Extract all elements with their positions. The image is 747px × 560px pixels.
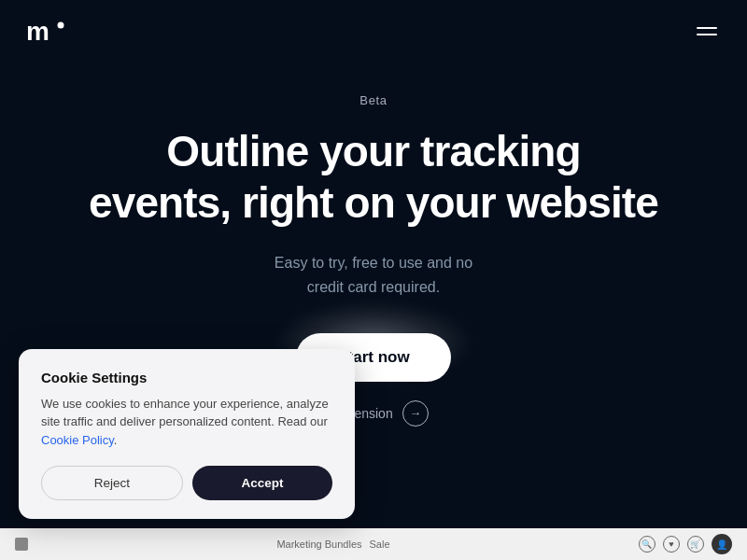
accept-button[interactable]: Accept [192,466,332,500]
logo[interactable]: m [26,17,67,45]
logo-icon: m [26,17,67,45]
heart-icon[interactable]: ♥ [663,536,680,553]
bottom-bar: Marketing Bundles Sale 🔍 ♥ 🛒 👤 [0,528,747,560]
site-header: m [0,0,747,62]
cookie-policy-link[interactable]: Cookie Policy [41,433,114,447]
beta-badge: Beta [359,93,387,107]
arrow-right-icon: → [402,400,429,427]
cookie-buttons: Reject Accept [41,466,332,500]
reject-button[interactable]: Reject [41,466,183,500]
bottom-bar-tags: Marketing Bundles Sale [276,539,389,550]
cart-icon[interactable]: 🛒 [687,536,704,553]
hero-title: Outline your tracking events, right on y… [89,126,658,229]
hero-subtitle: Easy to try, free to use and no credit c… [275,251,472,299]
cookie-banner: Cookie Settings We use cookies to enhanc… [19,349,355,520]
user-avatar-icon[interactable]: 👤 [712,534,732,554]
search-icon[interactable]: 🔍 [639,536,655,553]
svg-point-1 [58,22,64,29]
tag-sale: Sale [370,539,390,550]
menu-button[interactable] [693,23,721,39]
cookie-title: Cookie Settings [41,370,332,385]
bottom-bar-icons: 🔍 ♥ 🛒 👤 [639,534,732,554]
svg-text:m: m [26,17,49,45]
bottom-bar-left [15,538,28,551]
tag-marketing: Marketing Bundles [276,539,361,550]
cookie-body-text: We use cookies to enhance your experienc… [41,395,332,450]
favicon [15,538,28,551]
